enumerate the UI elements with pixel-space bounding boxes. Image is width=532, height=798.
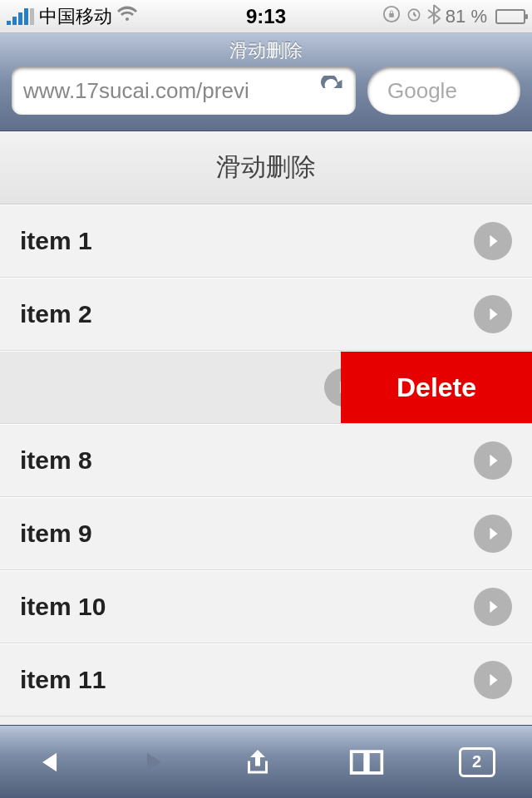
app-header: 滑动删除 xyxy=(0,131,532,204)
list-item-inner[interactable]: item 1 xyxy=(0,205,532,277)
bluetooth-icon xyxy=(427,4,441,29)
back-icon[interactable] xyxy=(37,748,65,776)
list-item-inner[interactable]: item 8 xyxy=(0,425,532,496)
chevron-right-icon[interactable] xyxy=(474,222,512,260)
list-item-inner[interactable] xyxy=(0,352,382,423)
list-item[interactable]: item 2 xyxy=(0,278,532,351)
search-field[interactable]: Google xyxy=(367,66,520,115)
list-item[interactable]: item 1 xyxy=(0,204,532,278)
list-item[interactable]: Delete xyxy=(0,351,532,424)
list[interactable]: item 1item 2Deleteitem 8item 9item 10ite… xyxy=(0,204,532,717)
search-placeholder: Google xyxy=(387,78,457,104)
forward-icon[interactable] xyxy=(139,748,167,776)
url-field[interactable]: www.17sucai.com/previ xyxy=(12,66,356,115)
list-item-inner[interactable]: item 2 xyxy=(0,278,532,350)
chevron-right-icon[interactable] xyxy=(474,441,512,480)
list-item[interactable]: item 8 xyxy=(0,424,532,497)
share-icon[interactable] xyxy=(241,747,274,777)
rotation-lock-icon xyxy=(382,5,401,28)
delete-button[interactable]: Delete xyxy=(341,352,532,423)
list-item[interactable]: item 10 xyxy=(0,570,532,643)
status-left: 中国移动 xyxy=(7,4,246,29)
reload-icon[interactable] xyxy=(319,76,344,106)
list-item-inner[interactable]: item 10 xyxy=(0,571,532,643)
list-item-label: item 1 xyxy=(20,227,474,255)
chevron-right-icon[interactable] xyxy=(474,295,512,333)
carrier-label: 中国移动 xyxy=(39,4,112,29)
wifi-icon xyxy=(117,6,137,27)
status-time: 9:13 xyxy=(246,5,286,28)
url-text: www.17sucai.com/previ xyxy=(23,78,313,104)
battery-icon xyxy=(495,9,525,24)
chevron-right-icon[interactable] xyxy=(474,588,512,626)
pages-count: 2 xyxy=(459,747,495,777)
pages-icon[interactable]: 2 xyxy=(459,747,495,777)
list-item-label: item 8 xyxy=(20,446,474,475)
page-title: 滑动删除 xyxy=(0,33,532,66)
url-row: www.17sucai.com/previ Google xyxy=(0,66,532,126)
chevron-right-icon[interactable] xyxy=(474,661,512,699)
app-header-title: 滑动删除 xyxy=(216,150,316,185)
status-bar: 中国移动 9:13 81 % xyxy=(0,0,532,33)
list-item-inner[interactable]: item 9 xyxy=(0,498,532,569)
list-item-label: item 10 xyxy=(20,593,474,621)
list-item-label: item 2 xyxy=(20,300,474,328)
list-item-label: item 9 xyxy=(20,520,474,548)
signal-icon xyxy=(7,8,34,25)
list-item[interactable]: item 11 xyxy=(0,643,532,717)
bottom-toolbar: 2 xyxy=(0,725,532,798)
status-right: 81 % xyxy=(286,4,525,29)
alarm-icon xyxy=(406,6,422,27)
list-item-label: item 11 xyxy=(20,666,474,694)
list-item[interactable]: item 9 xyxy=(0,497,532,570)
bookmarks-icon[interactable] xyxy=(348,748,385,776)
chevron-right-icon[interactable] xyxy=(474,515,512,553)
list-item-inner[interactable]: item 11 xyxy=(0,644,532,716)
browser-chrome: 滑动删除 www.17sucai.com/previ Google xyxy=(0,33,532,131)
battery-pct: 81 % xyxy=(446,6,487,27)
